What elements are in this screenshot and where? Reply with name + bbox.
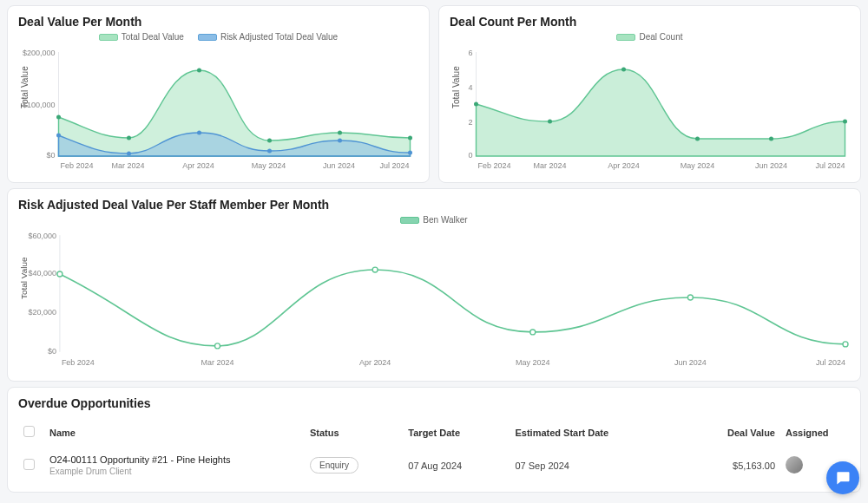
svg-point-37 [769,137,773,141]
svg-text:2: 2 [468,118,472,127]
svg-text:Jul 2024: Jul 2024 [816,358,845,367]
legend-label: Ben Walker [423,215,467,225]
legend-swatch [400,217,419,224]
svg-point-21 [408,136,412,140]
card-risk-adjusted-staff: Risk Adjusted Deal Value Per Staff Membe… [7,188,861,382]
svg-point-38 [843,120,847,124]
table-row[interactable]: O24-00111 Opportunity #21 - Pine Heights… [18,447,850,483]
opportunity-name[interactable]: O24-00111 Opportunity #21 - Pine Heights [49,454,231,465]
svg-point-53 [530,330,536,335]
svg-text:Jun 2024: Jun 2024 [674,358,707,367]
svg-text:$0: $0 [48,347,56,356]
svg-text:6: 6 [468,49,472,57]
deal-count-chart: Total Value 6 4 2 0 Feb 2024 Mar 2024 Ap… [450,43,850,173]
legend-item: Ben Walker [400,215,467,225]
svg-point-34 [548,120,552,124]
svg-point-12 [197,131,201,135]
svg-text:Jun 2024: Jun 2024 [755,161,787,170]
legend-item: Deal Count [616,32,682,42]
svg-point-18 [197,69,201,73]
svg-point-10 [56,134,61,138]
chart-title: Deal Value Per Month [18,15,418,29]
cell-estimated-start: 07 Sep 2024 [510,447,683,483]
row-checkbox[interactable] [23,459,35,470]
svg-point-20 [338,131,342,135]
svg-point-11 [127,152,131,156]
svg-text:Apr 2024: Apr 2024 [359,358,391,367]
opportunity-client: Example Drum Client [49,467,299,476]
chart-legend: Ben Walker [18,215,850,225]
col-estimated-start: Estimated Start Date [510,419,683,447]
svg-text:Mar 2024: Mar 2024 [533,161,566,170]
svg-point-15 [408,151,412,155]
svg-text:May 2024: May 2024 [516,358,549,367]
legend-swatch [99,34,118,41]
svg-point-17 [127,136,131,140]
chart-legend: Total Deal Value Risk Adjusted Total Dea… [18,32,418,42]
section-title: Overdue Opportunities [18,396,850,410]
svg-point-33 [474,102,478,107]
svg-point-19 [267,139,272,143]
svg-text:Feb 2024: Feb 2024 [478,161,511,170]
chart-title: Deal Count Per Month [450,15,850,29]
legend-swatch [198,34,217,41]
y-axis-label: Total Value [19,257,29,299]
svg-point-14 [338,139,342,143]
deal-value-chart: Total Value $200,000 $100,000 $0 Feb 202… [18,43,418,173]
svg-point-55 [843,342,848,347]
chart-legend: Deal Count [450,32,850,42]
svg-text:Apr 2024: Apr 2024 [608,161,640,170]
svg-point-54 [687,295,693,300]
svg-text:$40,000: $40,000 [28,269,56,278]
y-axis-label: Total Value [451,66,461,108]
svg-text:Mar 2024: Mar 2024 [201,358,234,367]
card-deal-value-per-month: Deal Value Per Month Total Deal Value Ri… [7,5,430,183]
svg-text:$200,000: $200,000 [23,49,56,57]
svg-point-35 [621,68,626,72]
svg-point-36 [695,137,700,141]
svg-text:May 2024: May 2024 [252,161,286,170]
col-assigned: Assigned [780,419,850,447]
col-status: Status [305,419,403,447]
cell-deal-value: $5,163.00 [683,447,780,483]
risk-adjusted-staff-chart: Total Value $60,000 $40,000 $20,000 $0 F… [18,226,850,372]
chat-fab[interactable] [826,461,859,494]
svg-text:May 2024: May 2024 [681,161,715,170]
card-deal-count-per-month: Deal Count Per Month Deal Count Total Va… [438,5,861,183]
svg-text:$20,000: $20,000 [28,308,56,317]
svg-point-52 [372,267,378,272]
svg-point-51 [215,343,220,349]
svg-point-16 [56,115,61,120]
avatar[interactable] [786,456,803,474]
svg-text:4: 4 [468,83,472,92]
legend-item: Total Deal Value [99,32,184,42]
col-name: Name [44,419,305,447]
series-ben-walker [60,270,845,346]
svg-text:Jun 2024: Jun 2024 [323,161,355,170]
chart-title: Risk Adjusted Deal Value Per Staff Membe… [18,198,850,212]
series-ben-walker-points [57,267,848,349]
svg-text:$60,000: $60,000 [28,232,56,240]
table-header-row: Name Status Target Date Estimated Start … [18,419,850,447]
svg-text:Feb 2024: Feb 2024 [61,161,94,170]
svg-text:Feb 2024: Feb 2024 [62,358,95,367]
col-target-date: Target Date [403,419,510,447]
legend-swatch [616,34,635,41]
svg-text:Mar 2024: Mar 2024 [111,161,144,170]
svg-text:$0: $0 [46,151,55,160]
legend-label: Total Deal Value [122,32,184,42]
select-all-checkbox[interactable] [23,426,35,437]
col-deal-value: Deal Value [683,419,780,447]
svg-point-13 [267,149,272,154]
svg-text:Jul 2024: Jul 2024 [379,161,409,170]
overdue-table: Name Status Target Date Estimated Start … [18,419,850,483]
overdue-opportunities-section: Overdue Opportunities Name Status Target… [7,387,861,493]
legend-label: Risk Adjusted Total Deal Value [220,32,338,42]
chat-icon [834,469,852,487]
cell-target-date: 07 Aug 2024 [403,447,510,483]
legend-label: Deal Count [639,32,682,42]
svg-text:Jul 2024: Jul 2024 [815,161,845,170]
svg-text:Apr 2024: Apr 2024 [182,161,214,170]
svg-text:0: 0 [468,151,472,160]
svg-text:$100,000: $100,000 [23,101,56,109]
